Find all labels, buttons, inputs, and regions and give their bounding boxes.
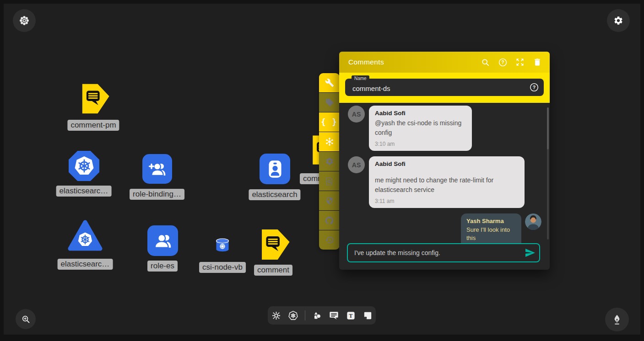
doc-search-icon [325, 176, 334, 186]
message-time: 3:10 am [375, 141, 466, 147]
message-bubble[interactable]: Aabid Sofi @yash the csi-node is missing… [369, 106, 472, 151]
chat-message-input[interactable] [347, 243, 540, 262]
message-text: @yash the csi-node is missing config [375, 118, 466, 138]
message-row: AS Aabid Sofi @yash the csi-node is miss… [348, 106, 541, 151]
comment-shape-icon [257, 229, 290, 261]
canvas-stage[interactable]: comment-pm elasticsearc… role-binding… e… [0, 0, 644, 341]
toolbar-security-button[interactable] [319, 191, 340, 210]
gear-icon [325, 157, 334, 166]
node-role-es[interactable] [147, 225, 178, 256]
shield-icon [325, 196, 334, 205]
message-author: Aabid Sofi [375, 160, 519, 167]
node-label-role-binding[interactable]: role-binding… [130, 189, 184, 200]
message-text: Sure I'll look into this [466, 226, 516, 242]
comment-icon [329, 310, 339, 321]
role-icon [152, 230, 174, 252]
settings-button[interactable] [607, 9, 630, 32]
node-label-elasticsearch-2[interactable]: elasticsearch [249, 189, 300, 200]
shapes-tool-button[interactable] [312, 310, 322, 321]
node-elasticsearch-octagon[interactable] [69, 151, 99, 181]
name-input[interactable] [345, 79, 544, 96]
message-text: me might need to change the rate-limit f… [375, 176, 519, 195]
zoom-button[interactable] [16, 309, 36, 329]
canvas-tools-toolbar [268, 306, 376, 325]
toolbar-settings-button[interactable] [319, 152, 340, 171]
pen-nib-icon [611, 314, 623, 325]
node-label-role-es[interactable]: role-es [147, 261, 178, 272]
zoom-in-icon [21, 314, 31, 325]
app-menu-button[interactable] [13, 9, 36, 32]
circuit-tool-button[interactable] [271, 310, 281, 321]
node-label-elasticsearch-3[interactable]: elasticsearc… [58, 259, 113, 270]
messages-list[interactable]: AS Aabid Sofi @yash the csi-node is miss… [339, 103, 550, 243]
text-tool-icon [346, 310, 356, 321]
name-field-label: Name [352, 75, 369, 82]
comments-panel: Comments Name AS Aabid Sofi @yash the cs… [339, 52, 550, 270]
node-comment-pm[interactable] [78, 83, 110, 114]
avatar-initials: AS [348, 156, 365, 173]
shapes-icon [312, 310, 322, 321]
node-elasticsearch-serviceaccount[interactable] [260, 154, 290, 184]
cylinder-icon [215, 237, 230, 253]
braces-icon: { } [321, 117, 338, 127]
gear-icon [613, 16, 623, 26]
messages-scrollbar[interactable] [547, 107, 549, 240]
toolbar-json-button[interactable]: { } [319, 112, 340, 132]
node-label-csi-node-vb[interactable]: csi-node-vb [199, 262, 246, 273]
circuit-icon [271, 310, 281, 321]
message-bubble[interactable]: Aabid Sofi me might need to change the r… [369, 156, 525, 208]
message-time: 3:11 am [375, 198, 519, 204]
note-tool-button[interactable] [363, 310, 373, 321]
node-elasticsearch-triangle[interactable] [68, 219, 103, 252]
node-label-elasticsearch-1[interactable]: elasticsearc… [56, 186, 112, 197]
mesh-flower-icon [325, 137, 335, 147]
toolbar-label-button[interactable] [319, 93, 340, 112]
node-role-binding[interactable] [142, 154, 172, 184]
pen-tool-button[interactable] [605, 308, 629, 331]
send-icon[interactable] [525, 247, 536, 258]
text-tool-button[interactable] [346, 310, 356, 321]
name-help-icon[interactable] [529, 82, 539, 92]
node-label-comment[interactable]: comment [254, 265, 292, 276]
history-icon [325, 235, 334, 245]
toolbar-github-button[interactable] [319, 211, 340, 230]
kanvas-flower-icon [19, 15, 30, 26]
comment-shape-icon [78, 83, 110, 114]
github-icon [325, 216, 334, 225]
kubernetes-icon [288, 310, 298, 321]
panel-title: Comments [348, 58, 384, 66]
role-binding-icon [147, 159, 168, 180]
expand-icon[interactable] [515, 57, 525, 67]
node-context-toolbar: { } [319, 73, 340, 250]
message-author: Aabid Sofi [375, 110, 466, 117]
note-icon [363, 310, 373, 321]
triangle-kubernetes-icon [68, 219, 103, 252]
delete-icon[interactable] [532, 57, 542, 67]
avatar-initials: AS [348, 106, 365, 123]
wrench-icon [325, 78, 334, 87]
help-icon[interactable] [498, 57, 508, 67]
message-bubble[interactable]: Yash Sharma Sure I'll look into this 3:2… [461, 213, 521, 243]
message-row: Yash Sharma Sure I'll look into this 3:2… [348, 213, 541, 243]
toolbar-inspect-button[interactable] [319, 171, 340, 191]
message-author: Yash Sharma [466, 218, 516, 224]
toolbar-history-button[interactable] [319, 230, 340, 250]
search-icon[interactable] [480, 57, 490, 67]
kubernetes-tool-button[interactable] [288, 310, 298, 321]
node-csi-node-vb[interactable] [215, 237, 230, 253]
toolbar-configure-button[interactable] [319, 73, 340, 92]
kubernetes-logo-icon [74, 155, 95, 176]
toolbar-divider [305, 310, 305, 320]
comment-tool-button[interactable] [329, 310, 339, 321]
tag-icon [325, 98, 334, 107]
chat-input-row [339, 243, 550, 270]
message-row: AS Aabid Sofi me might need to change th… [348, 156, 541, 208]
comments-panel-header[interactable]: Comments [339, 52, 550, 73]
node-label-comment-pm[interactable]: comment-pm [67, 120, 119, 131]
node-comment[interactable] [257, 229, 290, 261]
name-field-section: Name [339, 73, 550, 103]
toolbar-mesh-button[interactable] [319, 132, 340, 151]
avatar-photo [525, 213, 541, 230]
service-account-badge-icon [264, 158, 287, 181]
